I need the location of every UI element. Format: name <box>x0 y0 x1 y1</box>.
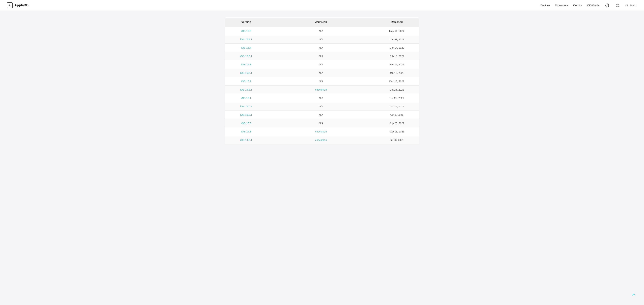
table-row: iOS 15.0N/ASep 20, 2021 <box>225 119 419 128</box>
navbar-right: Devices Firmwares Credits iOS Guide <box>540 3 637 8</box>
version-link[interactable]: iOS 15.5 <box>241 30 251 32</box>
table-body: iOS 15.5N/AMay 16, 2022iOS 15.4.1N/AMar … <box>225 27 419 144</box>
jailbreak-cell: N/A <box>268 77 374 86</box>
version-link[interactable]: iOS 15.0.2 <box>240 105 252 108</box>
table-row: iOS 15.2.1N/AJan 12, 2022 <box>225 69 419 77</box>
version-link[interactable]: iOS 15.4 <box>241 46 251 49</box>
version-link[interactable]: iOS 14.8 <box>241 130 251 133</box>
brand-link[interactable]: db AppleDB <box>7 2 28 8</box>
brand-logo-text: db <box>8 4 11 6</box>
jailbreak-cell: checkra1n <box>268 86 374 94</box>
released-cell: Jul 26, 2021 <box>374 136 419 144</box>
jailbreak-link[interactable]: checkra1n <box>315 88 327 91</box>
nav-link-devices[interactable]: Devices <box>540 4 550 7</box>
released-cell: Oct 25, 2021 <box>374 94 419 102</box>
version-link[interactable]: iOS 15.0 <box>241 122 251 124</box>
brand-name: AppleDB <box>14 3 28 7</box>
table-row: iOS 15.2N/ADec 13, 2021 <box>225 77 419 86</box>
released-cell: Mar 31, 2022 <box>374 35 419 44</box>
table-row: iOS 15.0.2N/AOct 11, 2021 <box>225 102 419 111</box>
jailbreak-link[interactable]: checkra1n <box>315 130 327 133</box>
table-row: iOS 15.0.1N/AOct 1, 2021 <box>225 111 419 119</box>
version-link[interactable]: iOS 15.3 <box>241 63 251 66</box>
github-icon-button[interactable] <box>605 3 610 8</box>
nav-link-credits[interactable]: Credits <box>573 4 582 7</box>
released-cell: May 16, 2022 <box>374 27 419 35</box>
version-link[interactable]: iOS 15.2.1 <box>240 72 252 74</box>
search-icon <box>625 4 628 7</box>
version-link[interactable]: iOS 15.4.1 <box>240 38 252 41</box>
jailbreak-cell: N/A <box>268 35 374 44</box>
jailbreak-cell: N/A <box>268 119 374 128</box>
released-cell: Dec 13, 2021 <box>374 77 419 86</box>
released-cell: Sep 20, 2021 <box>374 119 419 128</box>
svg-line-10 <box>628 6 628 6</box>
jailbreak-cell: checkra1n <box>268 128 374 136</box>
col-header-version: Version <box>225 18 268 27</box>
version-link[interactable]: iOS 15.2 <box>241 80 251 83</box>
jailbreak-cell: N/A <box>268 102 374 111</box>
col-header-jailbreak: Jailbreak <box>268 18 374 27</box>
table-row: iOS 15.4N/AMar 14, 2022 <box>225 44 419 52</box>
jailbreak-cell: N/A <box>268 111 374 119</box>
table-row: iOS 15.4.1N/AMar 31, 2022 <box>225 35 419 44</box>
table-row: iOS 14.7.1checkra1nJul 26, 2021 <box>225 136 419 144</box>
search-button[interactable]: Search <box>625 4 637 7</box>
table-row: iOS 15.3N/AJan 26, 2022 <box>225 60 419 69</box>
released-cell: Jan 26, 2022 <box>374 60 419 69</box>
navbar: db AppleDB Devices Firmwares Credits iOS… <box>0 0 644 11</box>
table-header: Version Jailbreak Released <box>225 18 419 27</box>
table-row: iOS 14.8.1checkra1nOct 26, 2021 <box>225 86 419 94</box>
search-label: Search <box>629 4 637 7</box>
table-row: iOS 14.8checkra1nSep 13, 2021 <box>225 128 419 136</box>
version-link[interactable]: iOS 15.1 <box>241 96 251 100</box>
version-link[interactable]: iOS 15.0.1 <box>240 113 252 116</box>
released-cell: Oct 26, 2021 <box>374 86 419 94</box>
github-icon <box>606 4 609 7</box>
jailbreak-cell: checkra1n <box>268 136 374 144</box>
released-cell: Mar 14, 2022 <box>374 44 419 52</box>
jailbreak-link[interactable]: checkra1n <box>315 138 327 141</box>
nav-link-ios-guide[interactable]: iOS Guide <box>587 4 600 7</box>
nav-link-firmwares[interactable]: Firmwares <box>555 4 568 7</box>
col-header-released: Released <box>374 18 419 27</box>
table-row: iOS 15.3.1N/AFeb 10, 2022 <box>225 52 419 60</box>
version-link[interactable]: iOS 15.3.1 <box>240 55 252 58</box>
jailbreak-cell: N/A <box>268 27 374 35</box>
released-cell: Sep 13, 2021 <box>374 128 419 136</box>
jailbreak-cell: N/A <box>268 52 374 60</box>
sun-icon <box>616 4 619 7</box>
version-link[interactable]: iOS 14.8.1 <box>240 88 252 91</box>
released-cell: Jan 12, 2022 <box>374 69 419 77</box>
brand-logo: db <box>7 2 13 8</box>
released-cell: Oct 1, 2021 <box>374 111 419 119</box>
firmware-table: Version Jailbreak Released iOS 15.5N/AMa… <box>225 18 419 144</box>
main-content: Version Jailbreak Released iOS 15.5N/AMa… <box>221 18 422 144</box>
version-link[interactable]: iOS 14.7.1 <box>240 138 252 141</box>
released-cell: Oct 11, 2021 <box>374 102 419 111</box>
jailbreak-cell: N/A <box>268 44 374 52</box>
svg-point-0 <box>617 4 618 6</box>
released-cell: Feb 10, 2022 <box>374 52 419 60</box>
table-row: iOS 15.1N/AOct 25, 2021 <box>225 94 419 102</box>
jailbreak-cell: N/A <box>268 69 374 77</box>
table-row: iOS 15.5N/AMay 16, 2022 <box>225 27 419 35</box>
jailbreak-cell: N/A <box>268 94 374 102</box>
jailbreak-cell: N/A <box>268 60 374 69</box>
theme-toggle-button[interactable] <box>615 3 620 8</box>
